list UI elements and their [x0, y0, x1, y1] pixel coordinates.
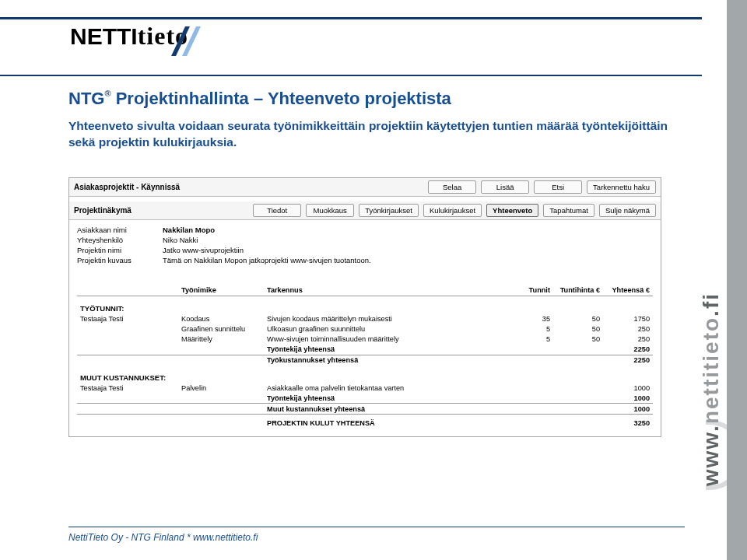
info-value: Jatko www-sivuprojektiin [163, 246, 244, 254]
worker-name: Testaaja Testi [77, 314, 178, 324]
right-sidebar: www.nettitieto.fi [702, 0, 747, 560]
brand-logo-part-a: NETTI [70, 23, 138, 49]
page-subtitle: Yhteenveto sivulta voidaan seurata työni… [68, 118, 685, 151]
tab-tiedot[interactable]: Tiedot [253, 204, 301, 217]
info-key: Projektin kuvaus [77, 256, 163, 264]
header-stripe-top [0, 17, 702, 19]
project-info: Asiakkaan nimi Nakkilan Mopo Yhteyshenki… [69, 220, 661, 273]
row-othercost-subtotal: Muut kustannukset yhteensä 1000 [77, 404, 653, 415]
info-key: Asiakkaan nimi [77, 226, 163, 234]
navbar: Projektinäkymä Tiedot Muokkaus Työnkirja… [69, 201, 661, 220]
row-worker-subtotal: Työntekijä yhteensä 2250 [77, 345, 653, 355]
col-tunnit: Tunnit [514, 285, 553, 296]
navbar-label: Projektinäkymä [74, 206, 132, 215]
topbar: Asiakasprojektit - Käynnissä Selaa Lisää… [69, 178, 661, 197]
info-value: Nakkilan Mopo [163, 226, 215, 234]
info-row-projectname: Projektin nimi Jatko www-sivuprojektiin [77, 245, 653, 255]
topbar-browse-button[interactable]: Selaa [428, 180, 476, 194]
tab-sulje[interactable]: Sulje näkymä [599, 204, 656, 217]
table-row: Testaaja Testi Palvelin Asiakkaalle oma … [77, 383, 653, 393]
worker-name: Testaaja Testi [77, 383, 178, 393]
info-value: Niko Nakki [163, 236, 198, 244]
row-worker-other-subtotal: Työntekijä yhteensä 1000 [77, 393, 653, 404]
info-key: Yhteyshenkilö [77, 236, 163, 244]
page-title-prefix: NTG [68, 89, 104, 108]
info-value: Tämä on Nakkilan Mopon jatkoprojekti www… [163, 256, 371, 264]
row-grand-total: PROJEKTIN KULUT YHTEENSÄ 3250 [77, 415, 653, 429]
summary-table: Työnimike Tarkennus Tunnit Tuntihinta € … [69, 273, 661, 436]
col-yhteensa: Yhteensä € [603, 285, 653, 296]
col-tarkennus: Tarkennus [264, 285, 514, 296]
info-key: Projektin nimi [77, 246, 163, 254]
topbar-search-button[interactable]: Etsi [534, 180, 582, 194]
tab-yhteenveto[interactable]: Yhteenveto [486, 204, 538, 217]
tab-tyonkirjaukset[interactable]: Työnkirjaukset [359, 204, 419, 217]
section-hours: TYÖTUNNIT: [77, 296, 653, 314]
tab-muokkaus[interactable]: Muokkaus [306, 204, 354, 217]
page-title-reg: ® [104, 89, 110, 98]
table-row: Testaaja Testi Koodaus Sivujen koodaus m… [77, 314, 653, 324]
page-title: NTG® Projektinhallinta – Yhteenveto proj… [68, 89, 685, 109]
topbar-advanced-button[interactable]: Tarkennettu haku [587, 180, 656, 194]
tab-kulukirjaukset[interactable]: Kulukirjaukset [423, 204, 482, 217]
info-row-contact: Yhteyshenkilö Niko Nakki [77, 235, 653, 245]
topbar-label: Asiakasprojektit - Käynnissä [74, 183, 180, 191]
info-row-desc: Projektin kuvaus Tämä on Nakkilan Mopon … [77, 255, 653, 265]
table-row: Määrittely Www-sivujen toiminnallisuuden… [77, 334, 653, 345]
section-other: MUUT KUSTANNUKSET: [77, 366, 653, 383]
hours-header-row: Työnimike Tarkennus Tunnit Tuntihinta € … [77, 285, 653, 296]
brand-mark-icon [167, 22, 205, 61]
page-footer: NettiTieto Oy - NTG Finland * www.nettit… [68, 527, 685, 543]
info-row-customer: Asiakkaan nimi Nakkilan Mopo [77, 225, 653, 235]
col-tyonimike: Työnimike [178, 285, 264, 296]
row-workcost-subtotal: Työkustannukset yhteensä 2250 [77, 355, 653, 366]
app-screenshot: Asiakasprojektit - Käynnissä Selaa Lisää… [68, 177, 661, 437]
col-tuntihinta: Tuntihinta € [553, 285, 603, 296]
topbar-add-button[interactable]: Lisää [481, 180, 529, 194]
page-title-rest: Projektinhallinta – Yhteenveto projektis… [111, 89, 451, 108]
tab-tapahtumat[interactable]: Tapahtumat [543, 204, 594, 217]
table-row: Graafinen sunnittelu Ulkoasun graafinen … [77, 324, 653, 334]
header-stripe-bottom [0, 75, 702, 76]
